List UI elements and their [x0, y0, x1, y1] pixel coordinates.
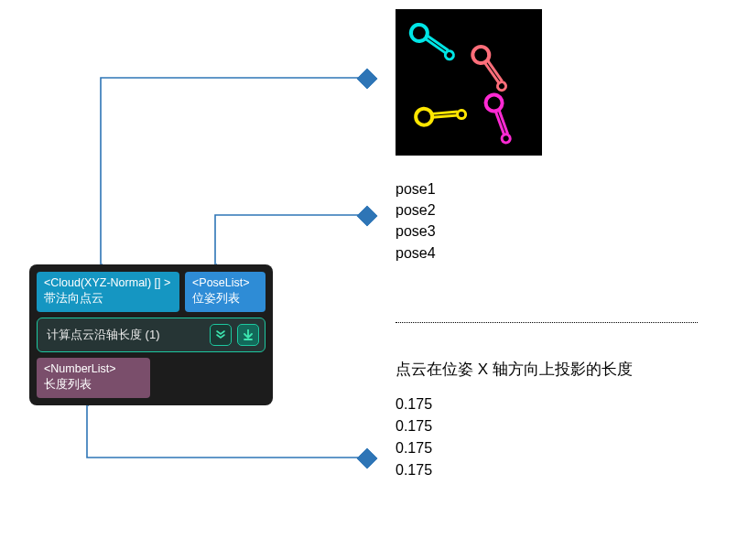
node-compute-length[interactable]: <Cloud(XYZ-Normal) [] > 带法向点云 <PoseList>… — [29, 264, 273, 405]
port-type: <NumberList> — [44, 361, 143, 377]
chevrons-down-icon — [215, 329, 226, 340]
value-item: 0.175 — [396, 437, 432, 459]
section-divider — [396, 322, 698, 323]
pose-list: pose1 pose2 pose3 pose4 — [396, 178, 436, 264]
download-icon — [244, 329, 253, 340]
node-title: 计算点云沿轴长度 (1) — [47, 327, 160, 343]
arrow-to-values — [357, 448, 378, 469]
pointcloud-preview — [396, 9, 542, 156]
pose-item: pose3 — [396, 221, 436, 242]
port-type: <Cloud(XYZ-Normal) [] > — [44, 275, 172, 291]
value-item: 0.175 — [396, 459, 432, 481]
run-button[interactable] — [237, 324, 259, 346]
projection-title: 点云在位姿 X 轴方向上投影的长度 — [396, 359, 633, 380]
node-title-row: 计算点云沿轴长度 (1) — [37, 318, 266, 352]
input-port-cloud[interactable]: <Cloud(XYZ-Normal) [] > 带法向点云 — [37, 272, 179, 312]
port-type: <PoseList> — [192, 275, 258, 291]
value-item: 0.175 — [396, 393, 432, 415]
input-port-pose[interactable]: <PoseList> 位姿列表 — [185, 272, 266, 312]
expand-button[interactable] — [210, 324, 232, 346]
pose-item: pose4 — [396, 242, 436, 264]
value-item: 0.175 — [396, 415, 432, 437]
arrow-to-poses — [357, 206, 378, 227]
output-port-number[interactable]: <NumberList> 长度列表 — [37, 358, 150, 398]
port-label: 位姿列表 — [192, 291, 258, 307]
pose-item: pose2 — [396, 199, 436, 221]
value-list: 0.175 0.175 0.175 0.175 — [396, 393, 432, 481]
port-label: 带法向点云 — [44, 291, 172, 307]
arrow-to-image — [357, 69, 378, 90]
pose-item: pose1 — [396, 178, 436, 199]
port-label: 长度列表 — [44, 377, 143, 393]
